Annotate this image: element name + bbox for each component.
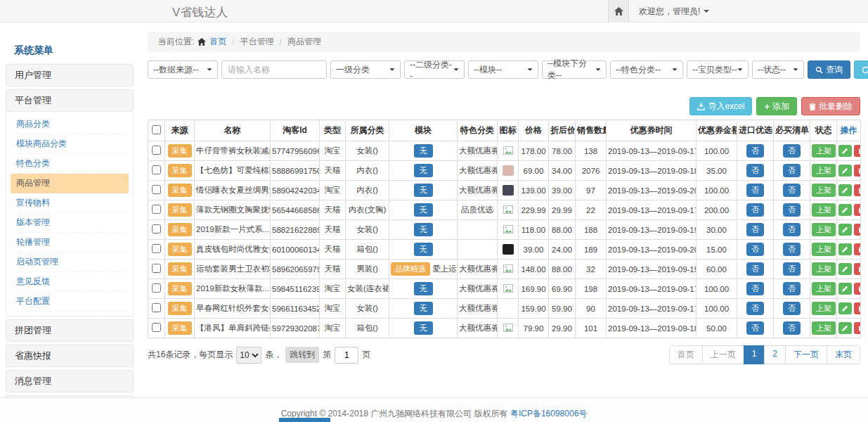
row-checkbox[interactable]: [152, 264, 161, 273]
edit-button[interactable]: [838, 145, 852, 157]
filter-select[interactable]: --数据来源--: [148, 60, 218, 79]
status-toggle[interactable]: 上架: [812, 203, 836, 217]
pager-button[interactable]: 1: [744, 345, 765, 364]
sidebar-section[interactable]: 拼团管理: [6, 319, 134, 342]
sidebar-section[interactable]: 省惠快报: [6, 345, 134, 367]
batch-delete-button[interactable]: 批量删除: [801, 97, 860, 115]
delete-button[interactable]: [854, 145, 861, 157]
module-badge[interactable]: 无: [414, 282, 433, 295]
filter-select[interactable]: --二级分类--: [404, 60, 465, 79]
jump-button[interactable]: 跳转到: [285, 347, 319, 363]
sidebar-section[interactable]: 用户管理: [6, 64, 134, 87]
row-checkbox[interactable]: [152, 146, 161, 155]
delete-button[interactable]: [854, 184, 861, 196]
status-toggle[interactable]: 上架: [812, 243, 836, 256]
status-toggle[interactable]: 上架: [812, 262, 836, 276]
import-select-toggle[interactable]: 否: [746, 282, 764, 295]
delete-button[interactable]: [854, 224, 861, 236]
must-buy-toggle[interactable]: 否: [783, 223, 801, 236]
module-badge[interactable]: 无: [414, 223, 433, 236]
status-toggle[interactable]: 上架: [812, 223, 836, 236]
delete-button[interactable]: [854, 283, 861, 295]
status-toggle[interactable]: 上架: [812, 321, 836, 335]
must-buy-toggle[interactable]: 否: [783, 282, 801, 295]
must-buy-toggle[interactable]: 否: [783, 321, 801, 335]
status-toggle[interactable]: 上架: [812, 144, 836, 158]
module-badge[interactable]: 无: [414, 203, 433, 217]
sidebar-submenu-item[interactable]: 轮播管理: [11, 233, 129, 252]
row-checkbox[interactable]: [152, 283, 161, 293]
edit-button[interactable]: [838, 165, 852, 177]
row-checkbox[interactable]: [152, 205, 161, 214]
delete-button[interactable]: [854, 165, 861, 177]
edit-button[interactable]: [838, 184, 852, 196]
must-buy-toggle[interactable]: 否: [783, 262, 801, 276]
status-toggle[interactable]: 上架: [812, 164, 836, 177]
module-badge[interactable]: 无: [414, 302, 433, 315]
sidebar-submenu-item[interactable]: 商品分类: [11, 115, 129, 134]
pager-button[interactable]: 2: [764, 345, 786, 364]
sidebar-submenu-item[interactable]: 平台配置: [11, 292, 129, 312]
status-toggle[interactable]: 上架: [812, 282, 836, 295]
filter-select[interactable]: --状态--: [752, 60, 804, 79]
filter-select[interactable]: --特色分类--: [610, 60, 683, 79]
import-select-toggle[interactable]: 否: [746, 262, 764, 276]
must-buy-toggle[interactable]: 否: [783, 144, 801, 158]
sidebar-section[interactable]: 消息管理: [6, 370, 134, 392]
select-all-checkbox[interactable]: [152, 125, 161, 134]
edit-button[interactable]: [838, 322, 852, 334]
edit-button[interactable]: [838, 224, 852, 236]
module-badge[interactable]: 无: [414, 321, 433, 335]
must-buy-toggle[interactable]: 否: [783, 164, 801, 177]
filter-select[interactable]: --模块--: [468, 60, 538, 79]
must-buy-toggle[interactable]: 否: [783, 243, 801, 256]
sidebar-submenu-item[interactable]: 商品管理: [11, 174, 129, 193]
must-buy-toggle[interactable]: 否: [783, 184, 801, 197]
module-badge[interactable]: 无: [414, 184, 433, 197]
import-select-toggle[interactable]: 否: [746, 302, 764, 315]
row-checkbox[interactable]: [152, 224, 161, 234]
import-excel-button[interactable]: 导入excel: [689, 97, 752, 115]
edit-button[interactable]: [838, 243, 852, 255]
name-search-input[interactable]: [221, 60, 327, 79]
must-buy-toggle[interactable]: 否: [783, 302, 801, 315]
edit-button[interactable]: [838, 204, 852, 216]
sidebar-submenu-item[interactable]: 宣传物料: [11, 193, 129, 213]
breadcrumb-home-link[interactable]: 首页: [209, 36, 226, 48]
pager-button[interactable]: 上一页: [702, 345, 744, 364]
pager-button[interactable]: 首页: [669, 345, 703, 364]
delete-button[interactable]: [854, 322, 861, 334]
module-badge[interactable]: 无: [414, 243, 433, 256]
reset-button[interactable]: 重置: [854, 60, 868, 79]
import-select-toggle[interactable]: 否: [746, 321, 764, 335]
edit-button[interactable]: [838, 302, 852, 314]
status-toggle[interactable]: 上架: [812, 302, 836, 315]
filter-select[interactable]: 一级分类: [330, 60, 401, 79]
home-button[interactable]: [608, 0, 629, 23]
delete-button[interactable]: [854, 302, 861, 314]
delete-button[interactable]: [854, 204, 861, 216]
row-checkbox[interactable]: [152, 185, 161, 194]
jump-page-input[interactable]: [335, 347, 358, 364]
delete-button[interactable]: [854, 243, 861, 255]
import-select-toggle[interactable]: 否: [746, 223, 764, 236]
pager-button[interactable]: 下一页: [785, 345, 827, 364]
pager-button[interactable]: 末页: [827, 345, 860, 364]
sidebar-section[interactable]: 平台管理: [6, 89, 134, 112]
sidebar-submenu-item[interactable]: 版本管理: [11, 213, 129, 233]
module-badge[interactable]: 无: [414, 164, 433, 177]
must-buy-toggle[interactable]: 否: [783, 203, 801, 217]
import-select-toggle[interactable]: 否: [746, 184, 764, 197]
edit-button[interactable]: [838, 283, 852, 295]
row-checkbox[interactable]: [152, 303, 161, 312]
import-select-toggle[interactable]: 否: [746, 144, 764, 158]
delete-button[interactable]: [854, 263, 861, 275]
page-size-select[interactable]: 10: [236, 347, 261, 364]
sidebar-submenu-item[interactable]: 特色分类: [11, 154, 129, 174]
sidebar-submenu-item[interactable]: 启动页管理: [11, 252, 129, 272]
module-badge[interactable]: 品牌精选: [391, 262, 430, 276]
row-checkbox[interactable]: [152, 165, 161, 174]
sidebar-submenu-item[interactable]: 意见反馈: [11, 272, 129, 292]
import-select-toggle[interactable]: 否: [746, 164, 764, 177]
import-select-toggle[interactable]: 否: [746, 203, 764, 217]
